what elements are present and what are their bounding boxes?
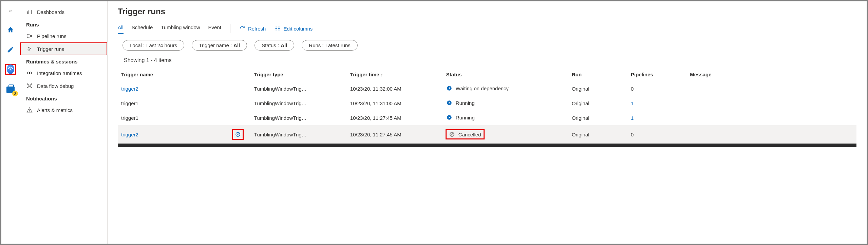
trigger-time: 10/23/20, 11:27:45 AM (347, 111, 443, 125)
status-text: Running (456, 115, 475, 120)
svg-point-4 (30, 72, 32, 74)
col-trigger-type[interactable]: Trigger type (251, 68, 347, 81)
col-message[interactable]: Message (686, 68, 856, 81)
sidebar-section-notifications: Notifications (20, 92, 107, 103)
message (686, 125, 856, 144)
sidebar-item-data-flow-debug[interactable]: Data flow debug (20, 79, 107, 92)
trigger-name[interactable]: trigger2 (121, 86, 138, 92)
home-button[interactable] (5, 24, 16, 35)
trigger-type: TumblingWindowTrig… (251, 96, 347, 111)
pencil-icon (7, 46, 14, 53)
pipelines-count: 0 (631, 132, 634, 137)
svg-line-14 (450, 133, 453, 136)
main: Trigger runs All Schedule Tumbling windo… (108, 1, 867, 244)
filter-value: All (281, 42, 287, 48)
run-kind: Original (568, 111, 627, 125)
sidebar-item-label: Dashboards (37, 9, 64, 15)
monitor-button[interactable] (5, 64, 16, 75)
sort-icon: ↑↓ (381, 72, 385, 77)
sidebar-item-label: Alerts & metrics (37, 107, 73, 113)
col-trigger-name[interactable]: Trigger name (118, 68, 229, 81)
filter-key: Status : (262, 42, 279, 48)
svg-point-0 (27, 34, 28, 35)
dataflow-icon (26, 83, 33, 89)
run-kind: Original (568, 96, 627, 111)
sidebar-item-label: Pipeline runs (37, 33, 67, 39)
trigger-name: trigger1 (121, 115, 138, 121)
filter-local[interactable]: Local : Last 24 hours (122, 40, 184, 51)
edit-columns-label: Edit columns (283, 26, 313, 32)
filter-value: Latest runs (325, 42, 351, 48)
table-row[interactable]: trigger2TumblingWindowTrig…10/23/20, 11:… (118, 125, 856, 144)
refresh-label: Refresh (248, 26, 266, 32)
filter-status[interactable]: Status : All (254, 40, 294, 51)
columns-icon (275, 25, 281, 32)
trigger-time: 10/23/20, 11:31:00 AM (347, 96, 443, 111)
message (686, 81, 856, 96)
filter-trigger-name[interactable]: Trigger name : All (192, 40, 247, 51)
manage-button[interactable]: 2 (5, 84, 16, 95)
rerun-icon (235, 131, 241, 137)
table-row[interactable]: trigger1TumblingWindowTrig…10/23/20, 11:… (118, 96, 856, 111)
tabs: All Schedule Tumbling window Event (118, 23, 221, 34)
separator (230, 24, 230, 33)
results-summary: Showing 1 - 4 items (118, 57, 856, 68)
trigger-time: 10/23/20, 11:27:45 AM (347, 125, 443, 144)
table-row[interactable]: trigger1TumblingWindowTrig…10/23/20, 11:… (118, 111, 856, 125)
pipelines-count[interactable]: 1 (631, 100, 634, 106)
run-kind: Original (568, 81, 627, 96)
trigger-type: TumblingWindowTrig… (251, 125, 347, 144)
alert-icon (26, 107, 33, 113)
status-cell: Running (446, 100, 475, 106)
integration-icon (26, 70, 33, 76)
edit-columns-button[interactable]: Edit columns (275, 25, 313, 32)
chevron-right-double-icon: » (9, 7, 12, 13)
filter-key: Local : (130, 42, 145, 48)
running-icon (446, 114, 452, 120)
sidebar-item-integration-runtimes[interactable]: Integration runtimes (20, 67, 107, 79)
trigger-name: trigger1 (121, 100, 138, 106)
toolbox-badge: 2 (12, 91, 18, 96)
filter-value: Last 24 hours (146, 42, 177, 48)
table-row[interactable]: trigger2TumblingWindowTrig…10/23/20, 11:… (118, 81, 856, 96)
run-kind: Original (568, 125, 627, 144)
filter-key: Trigger name : (199, 42, 232, 48)
sidebar-item-label: Integration runtimes (37, 70, 82, 76)
command-row: All Schedule Tumbling window Event Refre… (118, 21, 856, 39)
sidebar: Dashboards Runs Pipeline runs Trigger ru… (20, 1, 108, 244)
sidebar-item-label: Trigger runs (37, 46, 64, 52)
sidebar-item-trigger-runs[interactable]: Trigger runs (20, 42, 107, 55)
status-cell: Waiting on dependency (446, 85, 509, 91)
pipelines-count: 0 (631, 86, 634, 92)
rerun-button[interactable] (232, 129, 244, 140)
status-cell: Running (446, 114, 475, 120)
col-status[interactable]: Status (443, 68, 568, 81)
refresh-button[interactable]: Refresh (239, 25, 266, 32)
tab-schedule[interactable]: Schedule (132, 23, 153, 34)
filters: Local : Last 24 hours Trigger name : All… (118, 39, 856, 57)
tab-tumbling-window[interactable]: Tumbling window (161, 23, 200, 34)
filter-runs[interactable]: Runs : Latest runs (302, 40, 358, 51)
expand-rail-button[interactable]: » (5, 5, 16, 16)
filter-key: Runs : (309, 42, 323, 48)
col-run[interactable]: Run (568, 68, 627, 81)
sidebar-item-dashboards[interactable]: Dashboards (20, 5, 107, 18)
col-pipelines[interactable]: Pipelines (627, 68, 686, 81)
results-table: Trigger name Trigger type Trigger time↑↓… (118, 68, 856, 144)
trigger-type: TumblingWindowTrig… (251, 111, 347, 125)
horizontal-scrollbar[interactable] (118, 144, 856, 147)
gauge-icon (7, 65, 14, 73)
sidebar-item-pipeline-runs[interactable]: Pipeline runs (20, 30, 107, 42)
pipelines-count[interactable]: 1 (631, 115, 634, 121)
page-title: Trigger runs (118, 7, 856, 16)
sidebar-item-alerts-metrics[interactable]: Alerts & metrics (20, 103, 107, 116)
tab-all[interactable]: All (118, 23, 124, 34)
trigger-time: 10/23/20, 11:32:00 AM (347, 81, 443, 96)
author-button[interactable] (5, 44, 16, 55)
status-text: Cancelled (458, 132, 481, 137)
trigger-name[interactable]: trigger2 (121, 132, 138, 137)
icon-rail: » 2 (1, 1, 20, 244)
svg-point-1 (27, 37, 28, 38)
tab-event[interactable]: Event (208, 23, 221, 34)
col-trigger-time[interactable]: Trigger time↑↓ (347, 68, 443, 81)
